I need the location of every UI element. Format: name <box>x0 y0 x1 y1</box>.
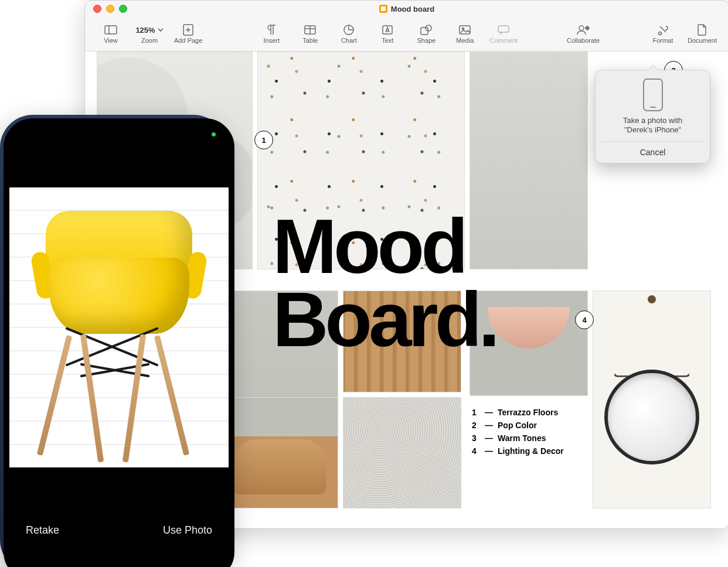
document-title-text: Mood board <box>391 5 434 13</box>
pages-doc-icon <box>379 5 387 13</box>
comment-icon <box>498 24 509 36</box>
iphone-device: Retake Use Photo <box>0 115 226 567</box>
heading-line1: Mood <box>273 210 496 283</box>
table-icon <box>304 24 316 36</box>
window-minimize-button[interactable] <box>106 5 114 13</box>
svg-rect-14 <box>498 26 509 32</box>
continuity-camera-popover: Take a photo with "Derek's iPhone" Cance… <box>595 70 710 163</box>
document-title: Mood board <box>379 5 434 13</box>
toolbar: View 125% Zoom Add Page Inse <box>85 17 728 52</box>
popover-message: Take a photo with "Derek's iPhone" <box>623 116 682 135</box>
legend[interactable]: 1—Terrazzo Floors 2—Pop Color 3—Warm Ton… <box>472 408 564 459</box>
shape-icon <box>420 24 432 36</box>
chair-leg <box>154 335 190 456</box>
paragraph-icon <box>267 24 276 36</box>
camera-preview[interactable]: Retake Use Photo <box>9 124 229 567</box>
chair-leg <box>37 335 73 456</box>
camera-action-bar: Retake Use Photo <box>9 496 229 567</box>
svg-rect-0 <box>105 26 117 34</box>
toolbar-table[interactable]: Table <box>292 23 328 45</box>
sidebar-icon <box>104 24 117 36</box>
media-icon <box>459 24 471 36</box>
image-fur[interactable] <box>343 397 461 508</box>
toolbar-zoom[interactable]: 125% Zoom <box>132 23 167 45</box>
toolbar-document[interactable]: Document <box>684 23 720 45</box>
chair-seat <box>49 258 189 334</box>
mirror-circle <box>604 370 699 464</box>
callout-1[interactable]: 1 <box>254 131 273 149</box>
add-page-icon <box>183 24 193 36</box>
popover-cancel-button[interactable]: Cancel <box>601 141 704 163</box>
document-icon <box>698 24 707 36</box>
camera-active-indicator-icon <box>212 132 216 136</box>
legend-row: 1—Terrazzo Floors <box>472 408 564 417</box>
image-couch[interactable] <box>221 397 338 508</box>
toolbar-chart[interactable]: Chart <box>331 23 366 45</box>
window-traffic-lights[interactable] <box>93 5 127 13</box>
use-photo-button[interactable]: Use Photo <box>159 520 216 541</box>
zoom-value: 125% <box>135 24 163 36</box>
collaborate-icon <box>577 24 590 36</box>
callout-4[interactable]: 4 <box>575 310 594 329</box>
window-close-button[interactable] <box>93 5 101 13</box>
toolbar-collaborate[interactable]: Collaborate <box>563 23 603 45</box>
legend-row: 3—Warm Tones <box>472 433 564 443</box>
window-titlebar[interactable]: Mood board <box>85 1 728 17</box>
toolbar-media[interactable]: Media <box>447 23 482 45</box>
window-zoom-button[interactable] <box>119 5 127 13</box>
toolbar-format[interactable]: Format <box>645 23 681 45</box>
retake-button[interactable]: Retake <box>22 520 63 541</box>
text-icon <box>382 24 393 36</box>
chart-icon <box>343 24 354 36</box>
iphone-notch <box>75 124 163 142</box>
toolbar-add-page[interactable]: Add Page <box>171 23 206 45</box>
iphone-outline-icon <box>643 78 663 111</box>
toolbar-text[interactable]: Text <box>370 23 405 45</box>
toolbar-shape[interactable]: Shape <box>409 23 444 45</box>
toolbar-comment: Comment <box>486 23 521 45</box>
legend-row: 4—Lighting & Decor <box>472 446 564 456</box>
mirror-strap <box>613 300 690 377</box>
image-mirror[interactable] <box>593 291 711 508</box>
chevron-down-icon <box>158 28 164 32</box>
svg-point-11 <box>426 25 431 31</box>
iphone-screen: Retake Use Photo <box>4 118 234 567</box>
svg-point-19 <box>658 32 661 35</box>
camera-photo-preview <box>9 187 229 467</box>
svg-point-15 <box>579 26 584 30</box>
toolbar-insert[interactable]: Insert <box>254 23 289 45</box>
document-heading[interactable]: Mood Board. <box>273 210 496 357</box>
legend-row: 2—Pop Color <box>472 421 564 430</box>
format-icon <box>658 24 668 36</box>
toolbar-view[interactable]: View <box>93 23 128 45</box>
heading-line2: Board. <box>273 283 496 356</box>
